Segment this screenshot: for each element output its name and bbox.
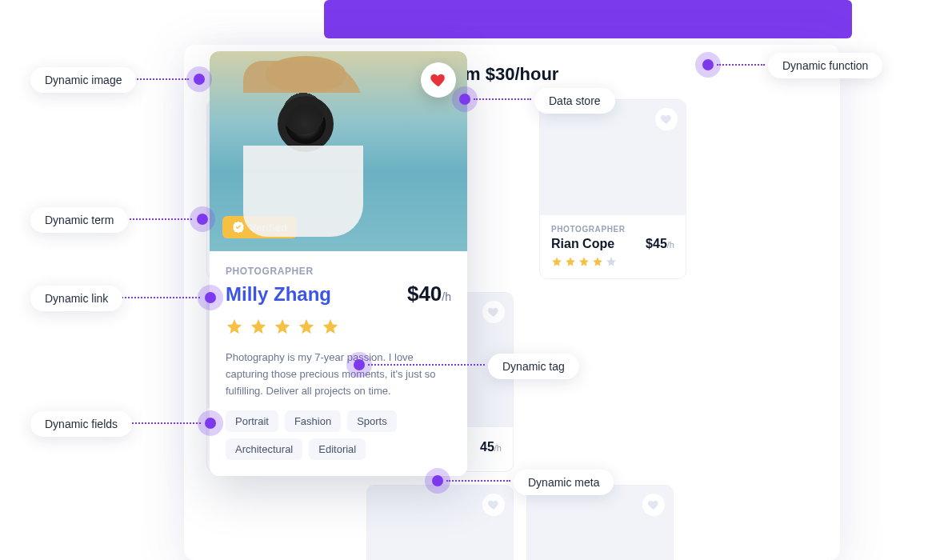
- heart-icon: [647, 498, 660, 511]
- top-accent-bar: [324, 0, 852, 38]
- profile-name-link[interactable]: Milly Zhang: [226, 283, 331, 306]
- card-image: [367, 486, 513, 560]
- category-label: PHOTOGRAPHER: [551, 225, 674, 234]
- callout-fields: Dynamic fields: [30, 411, 132, 437]
- verified-badge: Verified: [222, 216, 297, 238]
- callout-datastore: Data store: [534, 88, 615, 114]
- callout-tag: Dynamic tag: [488, 354, 579, 379]
- verified-icon: [232, 221, 245, 234]
- heart-icon: [660, 113, 673, 126]
- favorite-button[interactable]: [482, 301, 505, 323]
- callout-line: [134, 78, 189, 80]
- callout-image: Dynamic image: [30, 67, 136, 93]
- tag-list: Portrait Fashion Sports Architectural Ed…: [226, 410, 451, 460]
- heart-icon: [487, 498, 500, 511]
- card-image: [540, 100, 686, 215]
- callout-dot: [197, 214, 208, 225]
- callout-dot: [354, 359, 365, 370]
- featured-profile-card[interactable]: Verified PHOTOGRAPHER Milly Zhang $40/h …: [210, 51, 467, 476]
- callout-line: [717, 64, 765, 66]
- callout-line: [368, 364, 485, 366]
- profile-card[interactable]: PHOTOGRAPHER Maciej Rees $34/h: [526, 485, 674, 560]
- skill-tag[interactable]: Architectural: [226, 438, 302, 460]
- card-image: [527, 486, 673, 560]
- favorite-button[interactable]: [421, 62, 456, 98]
- callout-dot: [205, 292, 216, 303]
- skill-tag[interactable]: Portrait: [226, 410, 278, 432]
- profile-card[interactable]: $38/h: [366, 485, 514, 560]
- skill-tag[interactable]: Fashion: [285, 410, 341, 432]
- callout-dot: [432, 475, 443, 486]
- price: 45/h: [480, 440, 502, 454]
- profile-name[interactable]: Rian Cope: [551, 237, 614, 251]
- heart-icon: [487, 306, 500, 318]
- category-label: PHOTOGRAPHER: [226, 266, 451, 277]
- callout-line: [122, 297, 200, 298]
- callout-dot: [702, 59, 714, 70]
- callout-function: Dynamic function: [768, 53, 882, 78]
- price: $45/h: [646, 237, 674, 251]
- callout-term: Dynamic term: [30, 207, 128, 233]
- callout-line: [132, 422, 201, 424]
- rating-stars: [226, 318, 451, 335]
- callout-line: [474, 98, 531, 100]
- callout-dot: [194, 74, 205, 85]
- rating-stars: [551, 256, 674, 267]
- callout-line: [446, 480, 510, 482]
- featured-image: Verified: [210, 51, 467, 251]
- favorite-button[interactable]: [482, 494, 505, 516]
- favorite-button[interactable]: [642, 494, 665, 516]
- price: $40/h: [407, 282, 451, 306]
- profile-bio: Photography is my 7-year passion. I love…: [226, 350, 451, 399]
- skill-tag[interactable]: Sports: [347, 410, 397, 432]
- skill-tag[interactable]: Editorial: [309, 438, 366, 460]
- heart-icon: [430, 71, 447, 89]
- favorite-button[interactable]: [655, 108, 678, 130]
- callout-line: [126, 218, 192, 220]
- callout-meta: Dynamic meta: [514, 470, 614, 495]
- callout-link: Dynamic link: [30, 286, 122, 311]
- callout-dot: [459, 94, 470, 105]
- callout-dot: [205, 418, 216, 429]
- profile-card[interactable]: PHOTOGRAPHER Rian Cope $45/h: [539, 99, 686, 279]
